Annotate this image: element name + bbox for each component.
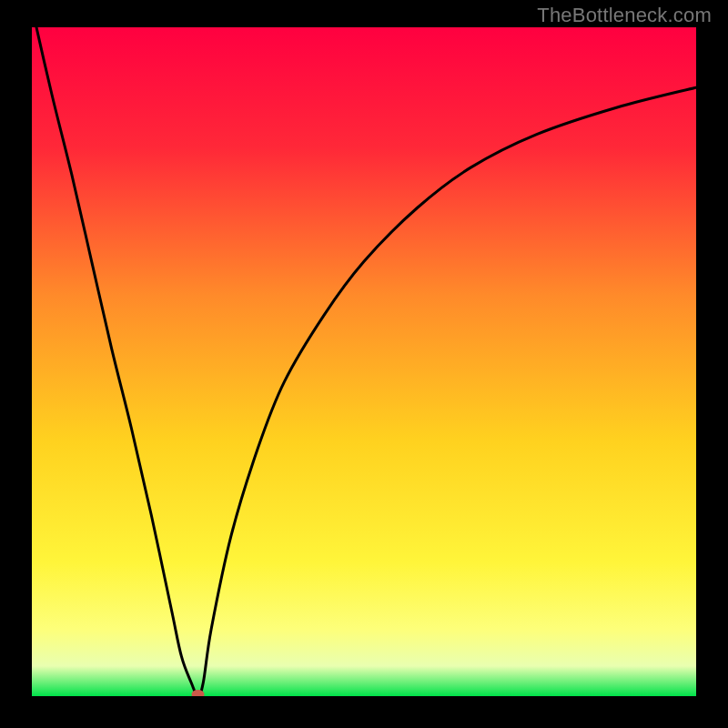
attribution-text: TheBottleneck.com: [537, 4, 712, 27]
plot-area: [32, 27, 696, 696]
chart-container: TheBottleneck.com: [0, 0, 728, 728]
gradient-background: [32, 27, 696, 696]
chart-svg: [32, 27, 696, 696]
